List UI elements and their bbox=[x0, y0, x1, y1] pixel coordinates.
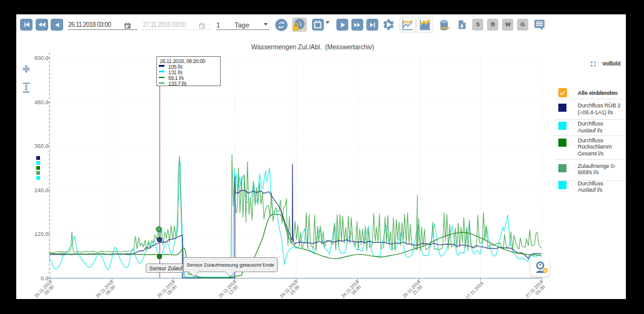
svg-text:480.0: 480.0 bbox=[34, 99, 49, 105]
svg-text:120.0: 120.0 bbox=[34, 231, 49, 237]
svg-text:27.11.2018: 27.11.2018 bbox=[465, 281, 485, 301]
svg-text:600.0: 600.0 bbox=[34, 55, 49, 61]
svg-text:240.0: 240.0 bbox=[34, 187, 49, 194]
svg-text:360.0: 360.0 bbox=[34, 143, 49, 149]
